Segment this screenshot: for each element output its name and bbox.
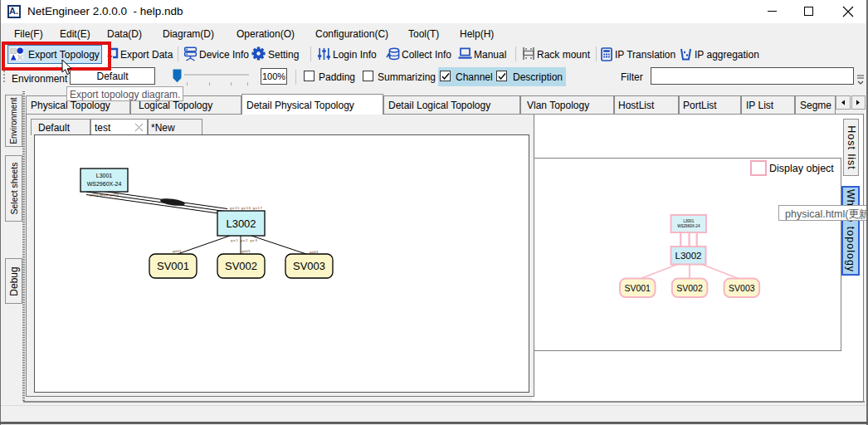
svg-text:L3001: L3001 [96,173,113,178]
svg-text:SV003: SV003 [729,283,755,293]
svg-text:L3002: L3002 [675,251,702,261]
svg-text:SV002: SV002 [225,260,257,272]
svg-text:ge0/1: ge0/1 [310,250,319,254]
svg-text:SV003: SV003 [293,260,325,272]
svg-text:ge1 ge2 ge3: ge1 ge2 ge3 [231,238,258,242]
svg-text:WS2960X-24: WS2960X-24 [677,224,700,228]
svg-text:ge15 ge16 ge17: ge15 ge16 ge17 [230,206,262,210]
svg-text:ge0/1: ge0/1 [241,249,251,253]
svg-text:ge0/1 ge0/2 ge0/3: ge0/1 ge0/2 ge0/3 [90,193,119,197]
svg-text:WS2960X-24: WS2960X-24 [87,181,122,187]
svg-text:L3002: L3002 [226,217,256,230]
svg-text:SV001: SV001 [157,260,189,272]
svg-text:Display object: Display object [769,163,834,174]
svg-text:L3001: L3001 [683,219,694,223]
svg-text:SV002: SV002 [676,283,703,293]
svg-text:ge0/1: ge0/1 [173,249,182,253]
svg-text:SV001: SV001 [624,283,651,293]
